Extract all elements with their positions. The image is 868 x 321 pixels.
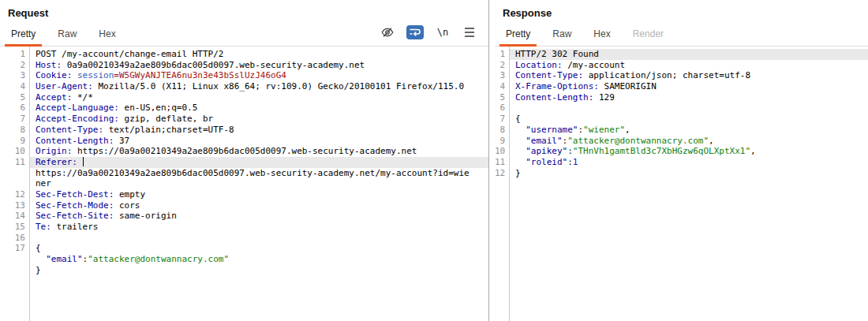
- code-line[interactable]: 11Referer:: [0, 157, 488, 168]
- code-text: Sec-Fetch-Mode: cors: [30, 200, 488, 211]
- code-line[interactable]: 7{: [495, 114, 868, 125]
- response-editor[interactable]: 1HTTP/2 302 Found2Location: /my-account3…: [495, 47, 868, 321]
- code-line[interactable]: 5Accept: */*: [0, 92, 488, 103]
- code-line[interactable]: https://0a9a00210349a2ae809b6dac005d0097…: [0, 168, 488, 179]
- line-number: 10: [0, 146, 30, 157]
- line-number: 16: [0, 233, 30, 244]
- code-line[interactable]: 5Content-Length: 129: [495, 92, 868, 103]
- tab-raw[interactable]: Raw: [51, 28, 83, 46]
- code-text: Content-Length: 129: [510, 92, 868, 103]
- line-number: 8: [495, 125, 510, 136]
- code-line[interactable]: 3Content-Type: application/json; charset…: [495, 70, 868, 81]
- line-number: 7: [0, 114, 30, 125]
- code-line[interactable]: 16: [0, 233, 488, 244]
- code-line[interactable]: "email":"attacker@dontwannacry.com": [0, 254, 488, 265]
- eye-slash-icon: [380, 25, 395, 39]
- code-line[interactable]: 9 "email":"attacker@dontwannacry.com",: [495, 136, 868, 147]
- code-line[interactable]: 3Cookie: session=W5GWyANJTEA6nu3n3e43bSs…: [0, 70, 488, 81]
- tab-hex[interactable]: Hex: [92, 28, 122, 46]
- code-line[interactable]: 8Content-Type: text/plain;charset=UTF-8: [0, 125, 488, 136]
- code-line[interactable]: 2Location: /my-account: [495, 60, 868, 71]
- code-text: HTTP/2 302 Found: [510, 49, 868, 60]
- line-number: 8: [0, 125, 30, 136]
- code-line[interactable]: 13Sec-Fetch-Mode: cors: [0, 200, 488, 211]
- code-line[interactable]: 17{: [0, 243, 488, 254]
- line-number: 2: [495, 60, 510, 71]
- code-line[interactable]: 10 "apikey":"THnVh1gamtBld3c7XbHGzw6qOLX…: [495, 146, 868, 157]
- line-number: 1: [0, 49, 30, 60]
- code-line[interactable]: 15Te: trailers: [0, 222, 488, 233]
- code-text: Location: /my-account: [510, 60, 868, 71]
- tab-hex[interactable]: Hex: [587, 28, 616, 46]
- code-text: X-Frame-Options: SAMEORIGIN: [510, 81, 868, 92]
- tab-render[interactable]: Render: [627, 28, 670, 46]
- code-line[interactable]: 12Sec-Fetch-Dest: empty: [0, 189, 488, 200]
- line-number: 3: [495, 70, 510, 81]
- code-text: Accept: */*: [30, 92, 488, 103]
- code-line[interactable]: 2Host: 0a9a00210349a2ae809b6dac005d0097.…: [0, 60, 488, 71]
- line-number: 12: [0, 189, 30, 200]
- code-line[interactable]: ner: [0, 178, 488, 189]
- line-number: 6: [0, 103, 30, 114]
- code-text: https://0a9a00210349a2ae809b6dac005d0097…: [30, 168, 488, 179]
- request-editor[interactable]: 1POST /my-account/change-email HTTP/22Ho…: [0, 47, 488, 321]
- code-line[interactable]: 12}: [495, 168, 868, 179]
- code-text: {: [510, 114, 868, 125]
- code-line[interactable]: 1HTTP/2 302 Found: [495, 49, 868, 60]
- code-text: Sec-Fetch-Dest: empty: [30, 189, 488, 200]
- code-text: Referer:: [30, 157, 488, 168]
- line-number: 1: [495, 49, 510, 60]
- line-number: [0, 168, 30, 179]
- code-line[interactable]: }: [0, 265, 488, 276]
- line-number: 4: [495, 81, 510, 92]
- line-number: 12: [495, 168, 510, 179]
- code-line[interactable]: 4X-Frame-Options: SAMEORIGIN: [495, 81, 868, 92]
- word-wrap-button[interactable]: [406, 25, 424, 39]
- tab-raw[interactable]: Raw: [546, 28, 578, 46]
- code-text: {: [30, 243, 488, 254]
- line-number: 11: [495, 157, 510, 168]
- line-number: 3: [0, 70, 30, 81]
- code-text: "apikey":"THnVh1gamtBld3c7XbHGzw6qOLXptX…: [510, 146, 868, 157]
- code-line[interactable]: 9Content-Length: 37: [0, 136, 488, 147]
- code-text: Accept-Language: en-US,en;q=0.5: [30, 103, 488, 114]
- code-text: Sec-Fetch-Site: same-origin: [30, 211, 488, 222]
- hide-icon[interactable]: [380, 25, 395, 39]
- code-line[interactable]: 6: [495, 103, 868, 114]
- tab-pretty[interactable]: Pretty: [5, 28, 42, 46]
- code-text: Cookie: session=W5GWyANJTEA6nu3n3e43bSsl…: [30, 70, 488, 81]
- code-text: Content-Type: text/plain;charset=UTF-8: [30, 125, 488, 136]
- word-wrap-icon: [409, 28, 421, 37]
- newline-chars-button[interactable]: \n: [435, 25, 451, 39]
- response-panel-title: Response: [495, 0, 868, 23]
- code-line[interactable]: 11 "roleid":1: [495, 157, 868, 168]
- code-line[interactable]: 4User-Agent: Mozilla/5.0 (X11; Linux x86…: [0, 81, 488, 92]
- newline-chars-label: \n: [437, 27, 448, 38]
- line-number: 11: [0, 157, 30, 168]
- code-line[interactable]: 14Sec-Fetch-Site: same-origin: [0, 211, 488, 222]
- line-number: [0, 178, 30, 189]
- code-text: [30, 233, 488, 244]
- menu-button[interactable]: [462, 25, 477, 39]
- tab-pretty[interactable]: Pretty: [499, 28, 537, 46]
- code-text: Accept-Encoding: gzip, deflate, br: [30, 114, 488, 125]
- gutter-divider: [29, 47, 30, 321]
- code-text: "email":"attacker@dontwannacry.com",: [510, 136, 868, 147]
- code-line[interactable]: 10Origin: https://0a9a00210349a2ae809b6d…: [0, 146, 488, 157]
- code-text: Origin: https://0a9a00210349a2ae809b6dac…: [30, 146, 488, 157]
- code-line[interactable]: 1POST /my-account/change-email HTTP/2: [0, 49, 488, 60]
- line-number: [0, 254, 30, 265]
- line-number: 14: [0, 211, 30, 222]
- code-text: [510, 103, 868, 114]
- code-line[interactable]: 8 "username":"wiener",: [495, 125, 868, 136]
- code-text: "roleid":1: [510, 157, 868, 168]
- line-number: 13: [0, 200, 30, 211]
- request-panel-title: Request: [0, 0, 488, 23]
- message-editor: Request PrettyRawHex: [0, 0, 868, 321]
- line-number: 4: [0, 81, 30, 92]
- line-number: 9: [495, 136, 510, 147]
- line-number: 7: [495, 114, 510, 125]
- code-line[interactable]: 7Accept-Encoding: gzip, deflate, br: [0, 114, 488, 125]
- code-line[interactable]: 6Accept-Language: en-US,en;q=0.5: [0, 103, 488, 114]
- line-number: 6: [495, 103, 510, 114]
